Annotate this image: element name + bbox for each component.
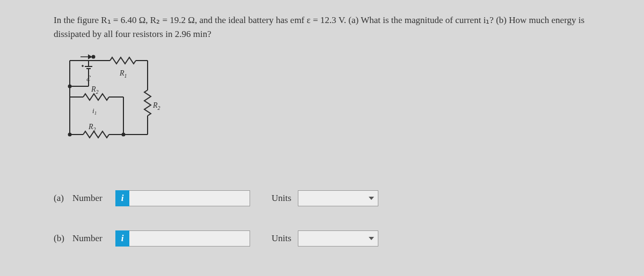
units-label-b: Units bbox=[272, 233, 291, 244]
number-input-b[interactable] bbox=[129, 230, 250, 247]
units-select-a[interactable] bbox=[298, 190, 378, 206]
problem-statement: In the figure R₁ = 6.40 Ω, R₂ = 19.2 Ω, … bbox=[54, 13, 593, 41]
svg-text:R2: R2 bbox=[152, 101, 160, 111]
svg-text:R2: R2 bbox=[91, 85, 99, 95]
units-select-b[interactable] bbox=[298, 230, 378, 247]
info-icon[interactable]: i bbox=[115, 230, 129, 247]
part-a-label: (a) bbox=[54, 193, 72, 204]
number-input-a[interactable] bbox=[129, 190, 250, 206]
svg-point-2 bbox=[92, 56, 95, 58]
part-b-row: (b) Number i Units bbox=[54, 230, 593, 247]
part-b-label: (b) bbox=[54, 233, 72, 244]
svg-text:R1: R1 bbox=[119, 69, 127, 79]
svg-text:R2: R2 bbox=[88, 123, 96, 132]
svg-text:i1: i1 bbox=[92, 107, 97, 116]
number-label-b: Number bbox=[72, 233, 107, 244]
circuit-diagram: ℰ R1 R2 R2 i1 bbox=[59, 54, 593, 153]
part-a-row: (a) Number i Units bbox=[54, 190, 593, 206]
svg-marker-1 bbox=[89, 55, 91, 58]
units-label-a: Units bbox=[272, 193, 291, 204]
number-label-a: Number bbox=[72, 193, 107, 204]
info-icon[interactable]: i bbox=[115, 190, 129, 206]
